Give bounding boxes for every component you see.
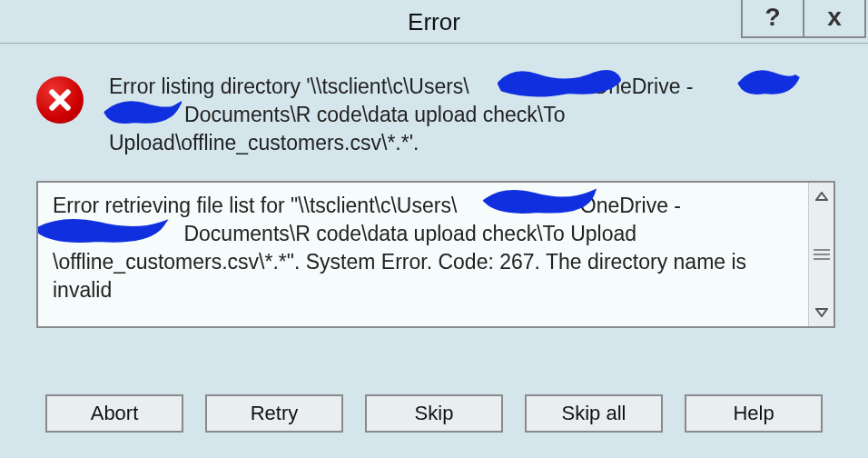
skip-button[interactable]: Skip (365, 394, 503, 433)
details-text: \offline_customers.csv\*.*". (53, 250, 300, 274)
details-text: System Error. Code: 267. (306, 250, 540, 274)
details-scrollbar[interactable] (808, 183, 833, 326)
titlebar-buttons: ? x (743, 0, 866, 38)
scroll-grip-icon[interactable] (814, 249, 830, 260)
details-text: Documents\R code\data upload check\To Up… (183, 222, 636, 245)
redaction-scribble-icon (737, 67, 803, 100)
help-button[interactable]: Help (685, 394, 823, 433)
scroll-up-icon[interactable] (812, 186, 832, 206)
abort-button[interactable]: Abort (45, 394, 183, 433)
error-icon (36, 76, 84, 124)
skipall-button[interactable]: Skip all (525, 394, 663, 433)
details-text: OneDrive - (580, 194, 681, 217)
message-text: Error listing directory '\\tsclient\c\Us… (109, 75, 469, 98)
scroll-down-icon[interactable] (812, 303, 832, 323)
titlebar: Error ? x (0, 0, 868, 44)
details-text: Error retrieving file list for "\\tsclie… (53, 194, 457, 217)
dialog-content: Error listing directory '\\tsclient\c\Us… (0, 44, 868, 328)
window-title: Error (0, 0, 868, 44)
dialog-button-row: Abort Retry Skip Skip all Help (0, 394, 868, 433)
message-text: Documents\R code\data upload check\To (184, 103, 565, 126)
error-message: Error listing directory '\\tsclient\c\Us… (109, 73, 741, 157)
message-text: Upload\offline_customers.csv\*.*'. (109, 129, 741, 157)
help-titlebar-button[interactable]: ? (741, 0, 804, 38)
error-details-box: Error retrieving file list for "\\tsclie… (36, 181, 835, 328)
message-text: OneDrive - (592, 75, 693, 98)
close-titlebar-button[interactable]: x (803, 0, 866, 38)
error-details-text: Error retrieving file list for "\\tsclie… (38, 183, 808, 326)
retry-button[interactable]: Retry (205, 394, 343, 433)
